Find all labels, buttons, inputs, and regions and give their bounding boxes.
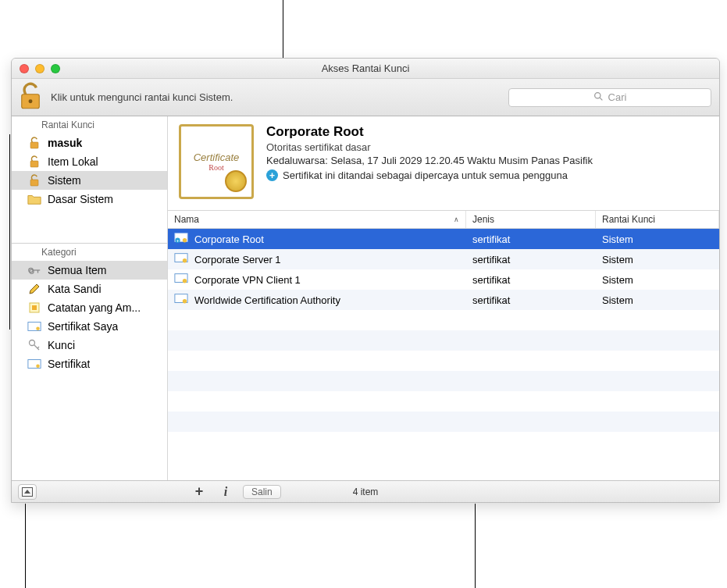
cell-kind: sertifikat [466, 233, 596, 245]
info-button[interactable]: i [216, 483, 235, 501]
folder-cert-icon [27, 192, 41, 206]
table-header: Nama ∧ Jenis Rantai Kunci [168, 210, 719, 229]
column-header-keychain[interactable]: Rantai Kunci [596, 211, 719, 228]
svg-line-3 [600, 98, 602, 100]
cell-name-text: Corporate VPN Client 1 [194, 274, 301, 286]
zoom-window-button[interactable] [51, 64, 60, 73]
add-item-button[interactable]: + [190, 483, 208, 501]
table-row[interactable]: Worldwide Certification Authoritysertifi… [168, 290, 719, 310]
footer: + i Salin 4 item [12, 480, 719, 502]
svg-point-27 [183, 279, 187, 283]
cert-image-subtitle: Root [208, 163, 223, 172]
certificate-details: Certificate Root Corporate Root Otoritas… [168, 116, 719, 210]
cell-keychain: Sistem [596, 294, 719, 306]
svg-line-17 [37, 347, 39, 348]
certificate-metadata: Corporate Root Otoritas sertifikat dasar… [266, 124, 708, 199]
certificate-expiry: Kedaluwarsa: Selasa, 17 Juli 2029 12.20.… [266, 155, 708, 166]
search-input[interactable]: Cari [508, 88, 711, 107]
table-row[interactable]: Corporate Server 1sertifikatSistem [168, 249, 719, 269]
table-row-empty [168, 371, 719, 391]
toolbar: Klik untuk mengunci rantai kunci Sistem.… [12, 79, 719, 116]
sidebar-item-label: masuk [48, 137, 82, 149]
sidebar-keychain-item[interactable]: Dasar Sistem [12, 190, 167, 208]
sidebar-item-label: Sistem [48, 174, 81, 187]
unlock-icon [27, 155, 41, 169]
unlock-icon [20, 82, 41, 113]
table-row-empty [168, 310, 719, 330]
column-header-keychain-label: Rantai Kunci [602, 214, 655, 225]
svg-point-21 [183, 238, 187, 242]
column-header-kind-label: Jenis [472, 214, 494, 225]
table-row[interactable]: +Corporate RootsertifikatSistem [168, 229, 719, 249]
sidebar-category-item[interactable]: Sertifikat Saya [12, 317, 167, 336]
cell-name: Corporate VPN Client 1 [168, 272, 466, 288]
pencil-icon [27, 282, 41, 296]
column-header-kind[interactable]: Jenis [466, 211, 596, 228]
copy-button[interactable]: Salin [243, 485, 281, 499]
keychains-section: Rantai Kunci masukItem LokalSistemDasar … [12, 116, 167, 208]
trusted-plus-icon: + [266, 169, 278, 181]
svg-rect-5 [30, 161, 38, 167]
cell-name: Worldwide Certification Authority [168, 292, 466, 308]
keychains-header: Rantai Kunci [12, 116, 167, 134]
svg-point-19 [36, 364, 40, 368]
sidebar-keychain-item[interactable]: masuk [12, 134, 167, 152]
sidebar: Rantai Kunci masukItem LokalSistemDasar … [12, 116, 168, 480]
certificate-image-icon: Certificate Root [179, 124, 254, 199]
table-body[interactable]: +Corporate RootsertifikatSistemCorporate… [168, 229, 719, 480]
unlock-icon [27, 136, 41, 150]
cert-icon [27, 357, 41, 371]
column-header-name[interactable]: Nama ∧ [168, 211, 466, 228]
sidebar-item-label: Semua Item [48, 264, 106, 276]
guide-line [25, 504, 26, 588]
table-row-empty [168, 391, 719, 412]
cell-name: +Corporate Root [168, 231, 466, 248]
keychain-access-window: Akses Rantai Kunci Klik untuk mengunci r… [11, 58, 720, 503]
table-row[interactable]: Corporate VPN Client 1sertifikatSistem [168, 269, 719, 290]
cell-name: Corporate Server 1 [168, 251, 466, 268]
sidebar-item-label: Item Lokal [48, 155, 98, 168]
sidebar-keychain-item[interactable]: Sistem [12, 171, 167, 190]
window-controls [20, 64, 60, 73]
categories-header: Kategori [12, 244, 167, 261]
note-icon [27, 301, 41, 315]
certificate-icon [174, 251, 188, 268]
cell-keychain: Sistem [596, 274, 719, 286]
certificate-icon: + [174, 231, 188, 248]
sidebar-item-label: Catatan yang Am... [48, 301, 141, 314]
svg-point-2 [594, 92, 600, 98]
sidebar-category-item[interactable]: Sertifikat [12, 355, 167, 373]
svg-point-1 [29, 99, 33, 103]
certificate-icon [174, 272, 188, 288]
table-row-empty [168, 412, 719, 432]
cell-keychain: Sistem [596, 233, 719, 245]
sidebar-category-item[interactable]: Kunci [12, 336, 167, 355]
search-icon [593, 91, 604, 104]
keyset-icon [27, 263, 41, 277]
window-title: Akses Rantai Kunci [12, 62, 719, 74]
table-row-empty [168, 351, 719, 371]
sidebar-category-item[interactable]: Semua Item [12, 261, 167, 280]
titlebar[interactable]: Akses Rantai Kunci [12, 59, 719, 79]
sidebar-category-item[interactable]: Kata Sandi [12, 280, 167, 298]
toggle-sidebar-button[interactable] [18, 484, 37, 500]
minimize-window-button[interactable] [35, 64, 45, 73]
cell-kind: sertifikat [466, 294, 596, 306]
cell-name-text: Corporate Root [194, 233, 264, 245]
svg-rect-6 [30, 180, 38, 186]
cert-image-title: Certificate [194, 151, 240, 163]
categories-section: Kategori Semua ItemKata SandiCatatan yan… [12, 244, 167, 373]
guide-line [9, 134, 10, 330]
sidebar-item-label: Kunci [48, 339, 75, 351]
sidebar-item-label: Dasar Sistem [48, 193, 113, 205]
close-window-button[interactable] [20, 64, 29, 73]
cell-kind: sertifikat [466, 274, 596, 286]
certificate-name: Corporate Root [266, 124, 708, 140]
sidebar-category-item[interactable]: Catatan yang Am... [12, 298, 167, 317]
guide-line [475, 504, 476, 588]
svg-text:+: + [176, 237, 179, 242]
sidebar-keychain-item[interactable]: Item Lokal [12, 152, 167, 171]
search-placeholder: Cari [608, 91, 627, 103]
lock-keychain-control[interactable]: Klik untuk mengunci rantai kunci Sistem. [20, 82, 233, 113]
unlock-icon [27, 173, 41, 187]
